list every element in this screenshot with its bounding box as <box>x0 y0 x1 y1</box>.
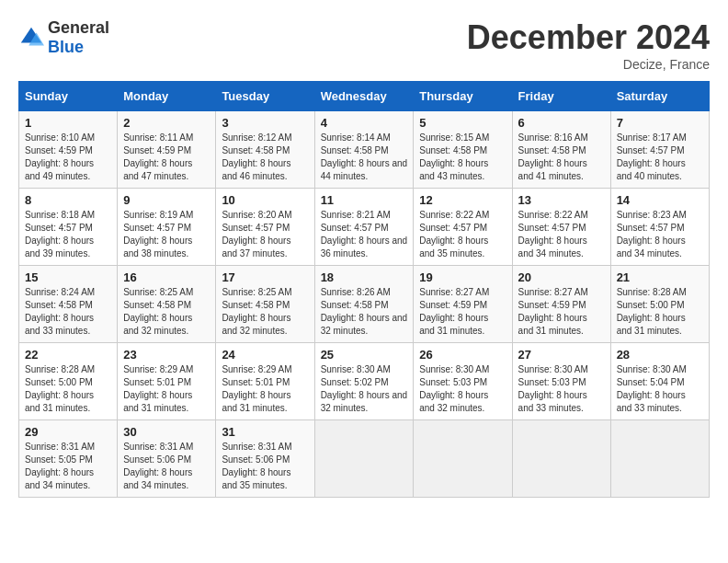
calendar-day-cell: 15 Sunrise: 8:24 AM Sunset: 4:58 PM Dayl… <box>19 266 118 343</box>
day-number: 28 <box>617 348 703 362</box>
day-number: 12 <box>419 193 506 207</box>
day-info: Sunrise: 8:30 AM Sunset: 5:02 PM Dayligh… <box>321 363 408 415</box>
day-info: Sunrise: 8:29 AM Sunset: 5:01 PM Dayligh… <box>222 363 308 415</box>
calendar-day-cell: 16 Sunrise: 8:25 AM Sunset: 4:58 PM Dayl… <box>118 266 216 343</box>
weekday-header: Sunday <box>19 82 118 111</box>
day-number: 14 <box>617 193 703 207</box>
calendar-day-cell: 11 Sunrise: 8:21 AM Sunset: 4:57 PM Dayl… <box>314 189 414 266</box>
day-info: Sunrise: 8:30 AM Sunset: 5:03 PM Dayligh… <box>518 363 605 415</box>
weekday-header: Monday <box>118 82 216 111</box>
calendar-day-cell: 25 Sunrise: 8:30 AM Sunset: 5:02 PM Dayl… <box>314 343 414 420</box>
calendar-day-cell: 3 Sunrise: 8:12 AM Sunset: 4:58 PM Dayli… <box>216 111 314 189</box>
day-info: Sunrise: 8:15 AM Sunset: 4:58 PM Dayligh… <box>419 132 506 183</box>
day-info: Sunrise: 8:11 AM Sunset: 4:59 PM Dayligh… <box>123 132 210 183</box>
day-number: 8 <box>25 193 111 207</box>
calendar-day-cell <box>314 420 414 498</box>
day-number: 29 <box>25 425 111 439</box>
day-info: Sunrise: 8:14 AM Sunset: 4:58 PM Dayligh… <box>321 132 408 183</box>
day-number: 15 <box>25 270 111 284</box>
day-info: Sunrise: 8:17 AM Sunset: 4:57 PM Dayligh… <box>617 132 703 183</box>
calendar-day-cell: 20 Sunrise: 8:27 AM Sunset: 4:59 PM Dayl… <box>512 266 610 343</box>
day-info: Sunrise: 8:29 AM Sunset: 5:01 PM Dayligh… <box>123 363 210 415</box>
calendar-day-cell: 8 Sunrise: 8:18 AM Sunset: 4:57 PM Dayli… <box>19 189 118 266</box>
calendar-week-row: 1 Sunrise: 8:10 AM Sunset: 4:59 PM Dayli… <box>19 111 710 189</box>
day-info: Sunrise: 8:28 AM Sunset: 5:00 PM Dayligh… <box>25 363 111 415</box>
day-info: Sunrise: 8:20 AM Sunset: 4:57 PM Dayligh… <box>222 209 308 260</box>
location-subtitle: Decize, France <box>467 57 710 72</box>
weekday-header: Wednesday <box>314 82 414 111</box>
calendar-week-row: 8 Sunrise: 8:18 AM Sunset: 4:57 PM Dayli… <box>19 189 710 266</box>
day-number: 7 <box>617 116 703 130</box>
calendar-day-cell: 31 Sunrise: 8:31 AM Sunset: 5:06 PM Dayl… <box>216 420 314 498</box>
day-info: Sunrise: 8:12 AM Sunset: 4:58 PM Dayligh… <box>222 132 308 183</box>
calendar-day-cell: 24 Sunrise: 8:29 AM Sunset: 5:01 PM Dayl… <box>216 343 314 420</box>
calendar-day-cell: 4 Sunrise: 8:14 AM Sunset: 4:58 PM Dayli… <box>314 111 414 189</box>
page-header: General Blue December 2024 Decize, Franc… <box>18 18 710 72</box>
logo-general: General <box>48 18 109 37</box>
calendar-day-cell: 18 Sunrise: 8:26 AM Sunset: 4:58 PM Dayl… <box>314 266 414 343</box>
weekday-header: Thursday <box>414 82 512 111</box>
calendar-day-cell: 26 Sunrise: 8:30 AM Sunset: 5:03 PM Dayl… <box>414 343 512 420</box>
calendar-day-cell: 6 Sunrise: 8:16 AM Sunset: 4:58 PM Dayli… <box>512 111 610 189</box>
day-number: 5 <box>419 116 506 130</box>
calendar-day-cell: 19 Sunrise: 8:27 AM Sunset: 4:59 PM Dayl… <box>414 266 512 343</box>
day-info: Sunrise: 8:31 AM Sunset: 5:06 PM Dayligh… <box>123 441 210 492</box>
logo-text: General Blue <box>48 18 109 57</box>
day-number: 10 <box>222 193 308 207</box>
day-info: Sunrise: 8:21 AM Sunset: 4:57 PM Dayligh… <box>321 209 408 260</box>
day-info: Sunrise: 8:10 AM Sunset: 4:59 PM Dayligh… <box>25 132 111 183</box>
day-number: 18 <box>321 270 408 284</box>
day-number: 17 <box>222 270 308 284</box>
day-number: 22 <box>25 348 111 362</box>
day-info: Sunrise: 8:16 AM Sunset: 4:58 PM Dayligh… <box>518 132 605 183</box>
month-title: December 2024 <box>467 18 710 57</box>
calendar-day-cell: 10 Sunrise: 8:20 AM Sunset: 4:57 PM Dayl… <box>216 189 314 266</box>
weekday-header: Friday <box>512 82 610 111</box>
logo-blue: Blue <box>48 38 84 56</box>
logo: General Blue <box>18 18 109 57</box>
day-info: Sunrise: 8:30 AM Sunset: 5:04 PM Dayligh… <box>617 363 703 415</box>
day-info: Sunrise: 8:19 AM Sunset: 4:57 PM Dayligh… <box>123 209 210 260</box>
day-number: 24 <box>222 348 308 362</box>
day-number: 25 <box>321 348 408 362</box>
weekday-header: Tuesday <box>216 82 314 111</box>
day-number: 6 <box>518 116 605 130</box>
calendar-day-cell: 28 Sunrise: 8:30 AM Sunset: 5:04 PM Dayl… <box>610 343 709 420</box>
day-number: 1 <box>25 116 111 130</box>
weekday-header: Saturday <box>610 82 709 111</box>
day-info: Sunrise: 8:25 AM Sunset: 4:58 PM Dayligh… <box>222 286 308 338</box>
day-number: 30 <box>123 425 210 439</box>
day-info: Sunrise: 8:24 AM Sunset: 4:58 PM Dayligh… <box>25 286 111 338</box>
calendar-day-cell: 13 Sunrise: 8:22 AM Sunset: 4:57 PM Dayl… <box>512 189 610 266</box>
calendar-day-cell: 7 Sunrise: 8:17 AM Sunset: 4:57 PM Dayli… <box>610 111 709 189</box>
logo-icon <box>18 25 44 51</box>
day-number: 13 <box>518 193 605 207</box>
day-number: 20 <box>518 270 605 284</box>
day-info: Sunrise: 8:22 AM Sunset: 4:57 PM Dayligh… <box>518 209 605 260</box>
calendar-day-cell <box>512 420 610 498</box>
day-number: 2 <box>123 116 210 130</box>
day-info: Sunrise: 8:28 AM Sunset: 5:00 PM Dayligh… <box>617 286 703 338</box>
calendar-day-cell: 2 Sunrise: 8:11 AM Sunset: 4:59 PM Dayli… <box>118 111 216 189</box>
day-number: 31 <box>222 425 308 439</box>
day-number: 21 <box>617 270 703 284</box>
day-number: 9 <box>123 193 210 207</box>
calendar-day-cell: 5 Sunrise: 8:15 AM Sunset: 4:58 PM Dayli… <box>414 111 512 189</box>
day-info: Sunrise: 8:25 AM Sunset: 4:58 PM Dayligh… <box>123 286 210 338</box>
day-info: Sunrise: 8:27 AM Sunset: 4:59 PM Dayligh… <box>518 286 605 338</box>
calendar-day-cell: 23 Sunrise: 8:29 AM Sunset: 5:01 PM Dayl… <box>118 343 216 420</box>
day-number: 26 <box>419 348 506 362</box>
day-info: Sunrise: 8:18 AM Sunset: 4:57 PM Dayligh… <box>25 209 111 260</box>
calendar-day-cell: 14 Sunrise: 8:23 AM Sunset: 4:57 PM Dayl… <box>610 189 709 266</box>
calendar-day-cell: 27 Sunrise: 8:30 AM Sunset: 5:03 PM Dayl… <box>512 343 610 420</box>
day-info: Sunrise: 8:22 AM Sunset: 4:57 PM Dayligh… <box>419 209 506 260</box>
calendar-week-row: 22 Sunrise: 8:28 AM Sunset: 5:00 PM Dayl… <box>19 343 710 420</box>
day-number: 3 <box>222 116 308 130</box>
calendar-day-cell: 21 Sunrise: 8:28 AM Sunset: 5:00 PM Dayl… <box>610 266 709 343</box>
calendar-header-row: SundayMondayTuesdayWednesdayThursdayFrid… <box>19 82 710 111</box>
calendar-day-cell: 22 Sunrise: 8:28 AM Sunset: 5:00 PM Dayl… <box>19 343 118 420</box>
day-info: Sunrise: 8:27 AM Sunset: 4:59 PM Dayligh… <box>419 286 506 338</box>
calendar-day-cell <box>414 420 512 498</box>
day-number: 19 <box>419 270 506 284</box>
day-number: 27 <box>518 348 605 362</box>
